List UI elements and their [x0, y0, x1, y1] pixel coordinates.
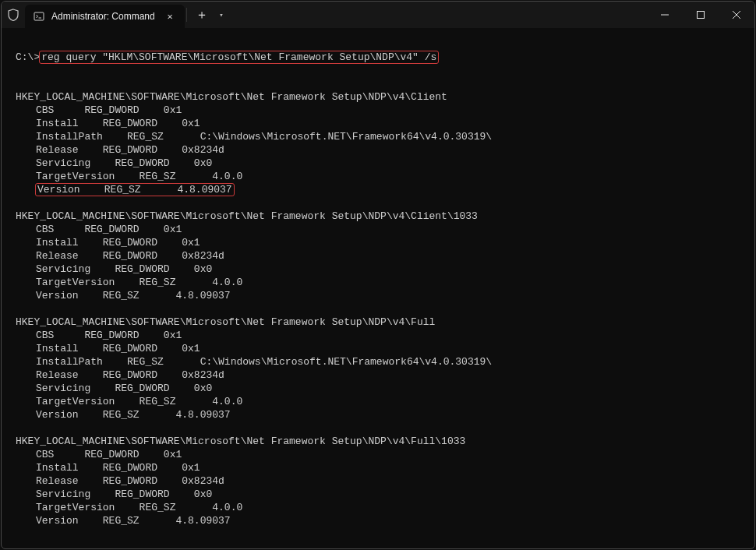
- registry-value-row: Servicing REG_DWORD 0x0: [16, 382, 754, 395]
- registry-key-path: HKEY_LOCAL_MACHINE\SOFTWARE\Microsoft\Ne…: [16, 210, 754, 223]
- registry-value-row: Release REG_DWORD 0x8234d: [16, 143, 754, 157]
- registry-value-row: Release REG_DWORD 0x8234d: [16, 368, 754, 382]
- new-tab-button[interactable]: ＋: [189, 2, 215, 28]
- prompt-prefix: C:\>: [16, 51, 40, 63]
- registry-value-row: TargetVersion REG_SZ 4.0.0: [16, 395, 754, 408]
- registry-value-row: Version REG_SZ 4.8.09037: [16, 289, 754, 302]
- registry-value-row: Release REG_DWORD 0x8234d: [16, 249, 754, 263]
- registry-value-row: Servicing REG_DWORD 0x0: [16, 157, 754, 170]
- registry-value-row: InstallPath REG_SZ C:\Windows\Microsoft.…: [16, 130, 754, 143]
- registry-value-row: Version REG_SZ 4.8.09037: [16, 183, 754, 196]
- registry-value-row: CBS REG_DWORD 0x1: [16, 448, 754, 461]
- command-text: reg query "HKLM\SOFTWARE\Microsoft\Net F…: [40, 51, 438, 63]
- registry-value-row: Install REG_DWORD 0x1: [16, 236, 754, 249]
- tab-title: Administrator: Command Prompt: [51, 11, 157, 22]
- minimize-button[interactable]: [647, 2, 683, 28]
- shield-icon: [2, 2, 25, 28]
- registry-value-row: Servicing REG_DWORD 0x0: [16, 263, 754, 276]
- title-drag-region[interactable]: [228, 2, 647, 28]
- registry-key-path: HKEY_LOCAL_MACHINE\SOFTWARE\Microsoft\Ne…: [16, 316, 754, 329]
- registry-value-row: Version REG_SZ 4.8.09037: [16, 514, 754, 527]
- registry-value-row: Install REG_DWORD 0x1: [16, 117, 754, 130]
- svg-rect-0: [34, 12, 44, 20]
- highlighted-value: Version REG_SZ 4.8.09037: [36, 184, 234, 196]
- registry-value-row: CBS REG_DWORD 0x1: [16, 329, 754, 342]
- tab-close-button[interactable]: ✕: [161, 8, 178, 25]
- window-controls: [647, 2, 754, 28]
- chevron-down-icon[interactable]: ▾: [215, 2, 228, 28]
- window-frame: Administrator: Command Prompt ✕ ＋ ▾ C:\>…: [1, 1, 755, 549]
- registry-value-row: Install REG_DWORD 0x1: [16, 461, 754, 474]
- tab-divider: [186, 8, 187, 22]
- registry-value-row: Release REG_DWORD 0x8234d: [16, 474, 754, 488]
- registry-value-row: Servicing REG_DWORD 0x0: [16, 488, 754, 501]
- registry-value-row: TargetVersion REG_SZ 4.0.0: [16, 501, 754, 514]
- registry-value-row: CBS REG_DWORD 0x1: [16, 223, 754, 236]
- svg-rect-3: [698, 12, 705, 19]
- title-bar: Administrator: Command Prompt ✕ ＋ ▾: [2, 2, 754, 28]
- registry-key-path: HKEY_LOCAL_MACHINE\SOFTWARE\Microsoft\Ne…: [16, 90, 754, 104]
- registry-value-row: Version REG_SZ 4.8.09037: [16, 408, 754, 421]
- registry-value-row: TargetVersion REG_SZ 4.0.0: [16, 170, 754, 183]
- close-button[interactable]: [719, 2, 754, 28]
- maximize-button[interactable]: [683, 2, 719, 28]
- cmd-icon: [33, 10, 45, 23]
- prompt-line: C:\>reg query "HKLM\SOFTWARE\Microsoft\N…: [16, 51, 754, 64]
- registry-key-path: HKEY_LOCAL_MACHINE\SOFTWARE\Microsoft\Ne…: [16, 435, 754, 448]
- terminal-tab[interactable]: Administrator: Command Prompt ✕: [25, 5, 185, 28]
- terminal-output[interactable]: C:\>reg query "HKLM\SOFTWARE\Microsoft\N…: [2, 28, 754, 527]
- registry-value-row: Install REG_DWORD 0x1: [16, 342, 754, 355]
- registry-value-row: TargetVersion REG_SZ 4.0.0: [16, 276, 754, 289]
- registry-value-row: InstallPath REG_SZ C:\Windows\Microsoft.…: [16, 355, 754, 368]
- registry-value-row: CBS REG_DWORD 0x1: [16, 104, 754, 117]
